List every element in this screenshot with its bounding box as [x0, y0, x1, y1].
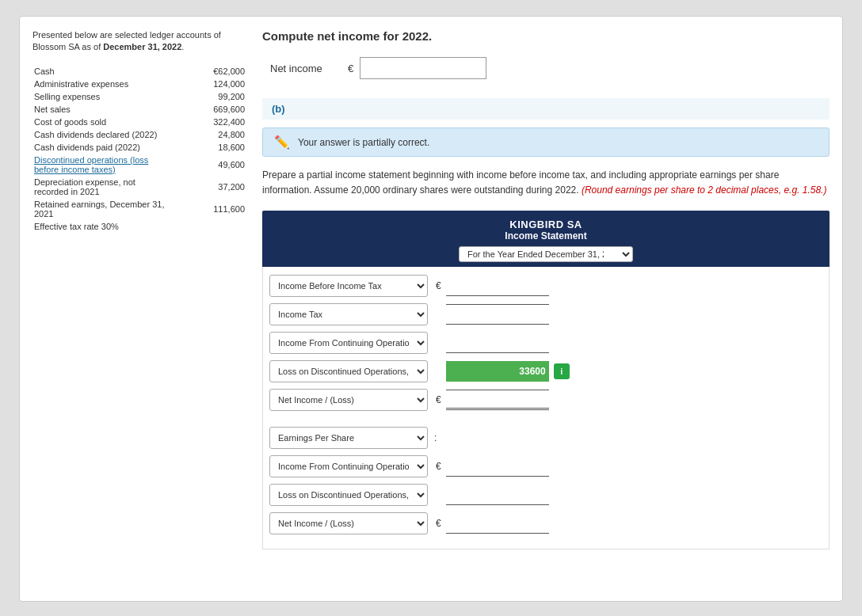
ledger-label: Cash dividends declared (2022) — [32, 128, 172, 141]
main-card: Presented below are selected ledger acco… — [19, 16, 843, 602]
ledger-label-note: Effective tax rate 30% — [32, 220, 172, 233]
list-item: Cash €62,000 — [32, 65, 246, 78]
ledger-label: Cash dividends paid (2022) — [32, 141, 172, 154]
is-header: KINGBIRD SA Income Statement For the Yea… — [262, 211, 830, 267]
is-body: Income Before Income Tax Income Tax Inco… — [262, 267, 830, 549]
list-item: Depreciation expense, not recorded in 20… — [32, 176, 246, 198]
ledger-value: 111,600 — [172, 198, 247, 220]
dropdown-net-income[interactable]: Income Before Income Tax Income Tax Inco… — [269, 389, 428, 411]
dropdown-income-before-tax[interactable]: Income Before Income Tax Income Tax Inco… — [269, 275, 428, 297]
list-item: Administrative expenses 124,000 — [32, 78, 246, 90]
info-button-discontinued[interactable]: i — [554, 363, 570, 379]
ledger-label: Administrative expenses — [32, 78, 172, 90]
list-item: Retained earnings, December 31, 2021 111… — [32, 198, 246, 220]
eps-colon: : — [434, 432, 437, 443]
input-eps-discontinued[interactable] — [446, 485, 549, 505]
net-income-label: Net income — [270, 63, 341, 74]
dropdown-income-tax[interactable]: Income Before Income Tax Income Tax Inco… — [269, 303, 428, 325]
euro-sign-5: € — [436, 394, 441, 405]
intro-date: December 31, 2022 — [103, 42, 181, 51]
ledger-value: 322,400 — [172, 116, 247, 128]
company-name: KINGBIRD SA — [267, 219, 825, 230]
ledger-value: 37,200 — [172, 176, 247, 198]
dropdown-eps-continuing[interactable]: Earnings Per Share Income From Continuin… — [269, 455, 428, 477]
net-income-euro: € — [348, 63, 353, 74]
is-row-income-before-tax: Income Before Income Tax Income Tax Inco… — [269, 275, 822, 297]
partial-correct-banner: ✏️ Your answer is partially correct. — [262, 127, 830, 157]
dropdown-eps[interactable]: Earnings Per Share Income From Continuin… — [269, 427, 428, 449]
list-item: Cash dividends paid (2022) 18,600 — [32, 141, 246, 154]
euro-sign-eps3: € — [436, 518, 441, 529]
section-b-label: (b) — [262, 98, 830, 120]
ledger-value: 669,600 — [172, 103, 247, 116]
is-row-eps-discontinued: Earnings Per Share Income From Continuin… — [269, 484, 822, 506]
ledger-label: Cost of goods sold — [32, 116, 172, 128]
list-item: Selling expenses 99,200 — [32, 90, 246, 103]
net-income-input[interactable] — [360, 57, 486, 79]
ledger-value: 18,600 — [172, 141, 247, 154]
pencil-icon: ✏️ — [274, 135, 290, 150]
euro-sign-1: € — [436, 280, 441, 291]
prepare-italic: (Round earnings per share to 2 decimal p… — [582, 184, 827, 196]
ledger-table: Cash €62,000 Administrative expenses 124… — [32, 65, 246, 233]
dropdown-continuing-ops[interactable]: Income Before Income Tax Income Tax Inco… — [269, 332, 428, 354]
ledger-label: Depreciation expense, not recorded in 20… — [32, 176, 172, 198]
period-select[interactable]: For the Year Ended December 31, 2022 For… — [459, 246, 633, 262]
dropdown-eps-net[interactable]: Earnings Per Share Income From Continuin… — [269, 512, 428, 534]
is-row-continuing-ops: Income Before Income Tax Income Tax Inco… — [269, 332, 822, 354]
ledger-value: €62,000 — [172, 65, 247, 78]
input-discontinued[interactable] — [446, 361, 549, 382]
ledger-value: 24,800 — [172, 128, 247, 141]
input-continuing-ops[interactable] — [446, 333, 549, 353]
ledger-value: 99,200 — [172, 90, 247, 103]
is-row-income-tax: Income Before Income Tax Income Tax Inco… — [269, 303, 822, 325]
dropdown-eps-discontinued[interactable]: Earnings Per Share Income From Continuin… — [269, 484, 428, 506]
ledger-label-link[interactable]: Discontinued operations (loss before inc… — [32, 154, 172, 176]
ledger-label: Net sales — [32, 103, 172, 116]
list-item: Net sales 669,600 — [32, 103, 246, 116]
ledger-value: 124,000 — [172, 78, 247, 90]
is-row-eps-net: Earnings Per Share Income From Continuin… — [269, 512, 822, 534]
list-item: Effective tax rate 30% — [32, 220, 246, 233]
is-row-net-income: Income Before Income Tax Income Tax Inco… — [269, 389, 822, 411]
right-panel: Compute net income for 2022. Net income … — [262, 29, 830, 588]
ledger-value: 49,600 — [172, 154, 247, 176]
net-income-row: Net income € — [270, 57, 830, 79]
input-income-tax[interactable] — [446, 304, 549, 325]
ledger-label: Retained earnings, December 31, 2021 — [32, 198, 172, 220]
input-eps-continuing[interactable] — [446, 456, 549, 477]
left-panel: Presented below are selected ledger acco… — [32, 29, 246, 588]
partial-correct-text: Your answer is partially correct. — [298, 137, 429, 148]
input-income-before-tax[interactable] — [446, 276, 549, 296]
is-row-eps-continuing: Earnings Per Share Income From Continuin… — [269, 455, 822, 477]
prepare-text: Prepare a partial income statement begin… — [262, 168, 830, 198]
ledger-value — [172, 220, 247, 233]
dropdown-discontinued[interactable]: Income Before Income Tax Income Tax Inco… — [269, 360, 428, 382]
list-item: Discontinued operations (loss before inc… — [32, 154, 246, 176]
intro-text: Presented below are selected ledger acco… — [32, 29, 246, 54]
list-item: Cost of goods sold 322,400 — [32, 116, 246, 128]
input-net-income[interactable] — [446, 390, 549, 410]
statement-name: Income Statement — [267, 230, 825, 241]
input-eps-net[interactable] — [446, 513, 549, 534]
is-row-discontinued: Income Before Income Tax Income Tax Inco… — [269, 360, 822, 382]
list-item: Cash dividends declared (2022) 24,800 — [32, 128, 246, 141]
section-a-title: Compute net income for 2022. — [262, 29, 830, 43]
ledger-label: Selling expenses — [32, 90, 172, 103]
ledger-label: Cash — [32, 65, 172, 78]
euro-sign-eps1: € — [436, 461, 441, 472]
is-row-eps-label: Earnings Per Share Income From Continuin… — [269, 427, 822, 449]
